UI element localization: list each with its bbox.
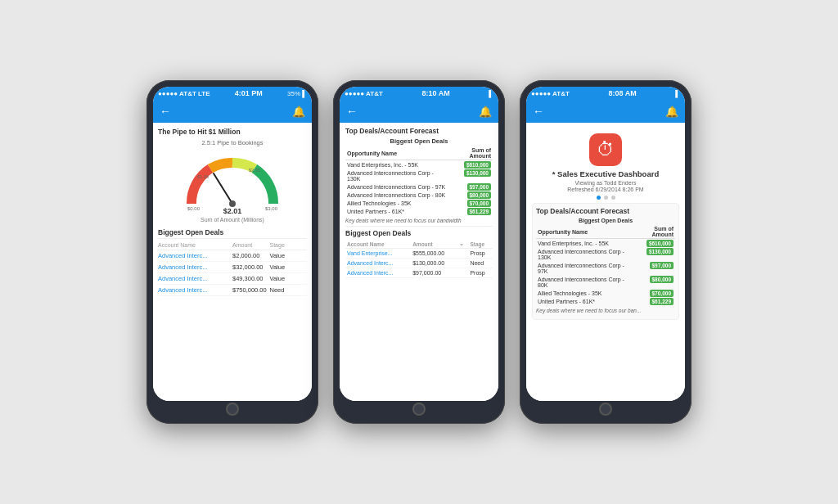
deal-name: Allied Technologies - 35K bbox=[345, 199, 448, 207]
biggest-deals-table-3: Opportunity Name Sum of Amount Vand Ente… bbox=[536, 225, 675, 305]
bell-icon-2[interactable]: 🔔 bbox=[479, 106, 492, 118]
list-item[interactable]: Advanced Interconnections Corp - 130K $1… bbox=[536, 247, 675, 261]
row-amount: $32,000.00 bbox=[232, 263, 270, 271]
deal-amount: $80,000 bbox=[448, 191, 493, 199]
open-name: Advanced Interc... bbox=[345, 259, 411, 268]
list-item[interactable]: Advanced Interconnections Corp - 97K $97… bbox=[536, 261, 675, 275]
carrier-2: ●●●●● AT&T bbox=[345, 90, 383, 97]
list-item[interactable]: Advanced Interconnections Corp - 80K $80… bbox=[345, 191, 493, 199]
bell-icon-3[interactable]: 🔔 bbox=[665, 106, 678, 118]
row-name: Advanced Interc... bbox=[158, 252, 232, 259]
back-button-1[interactable]: ← bbox=[160, 105, 171, 118]
biggest-deals-header-3: Biggest Open Deals bbox=[536, 218, 675, 223]
content-2: Top Deals/Account Forecast Biggest Open … bbox=[340, 123, 498, 401]
biggest-deals-header-2: Biggest Open Deals bbox=[345, 137, 493, 145]
row-amount: $49,300.00 bbox=[232, 275, 270, 282]
deal-amount-3: $80,000 bbox=[632, 275, 675, 289]
sort-icon[interactable]: ⌄ bbox=[459, 241, 464, 247]
list-item[interactable]: United Partners - 61K* $61,229 bbox=[345, 207, 493, 215]
dot-2[interactable] bbox=[604, 196, 608, 200]
sum-col-3: Sum of Amount bbox=[632, 225, 675, 239]
deal-amount: $610,000 bbox=[448, 160, 493, 169]
time-2: 8:10 AM bbox=[421, 89, 449, 97]
row-amount: $750,000.00 bbox=[232, 286, 270, 294]
table-header-1: Account Name Amount Stage bbox=[158, 241, 307, 250]
deal-amount-3: $610,000 bbox=[632, 239, 675, 248]
deal-amount-3: $97,000 bbox=[632, 261, 675, 275]
home-button-1[interactable] bbox=[226, 403, 239, 416]
table-row[interactable]: Advanced Interc... $750,000.00 Need bbox=[158, 285, 307, 296]
deal-name-3: United Partners - 61K* bbox=[536, 297, 632, 305]
list-item[interactable]: Advanced Interconnections Corp - 97K $97… bbox=[345, 182, 493, 191]
list-item[interactable]: Vand Enterprises, Inc. - 55K $610,000 bbox=[536, 239, 675, 248]
open-amount: $130,000.00 bbox=[411, 259, 457, 268]
home-area-2 bbox=[340, 401, 498, 417]
table-row[interactable]: Advanced Interc... $2,000.00 Value bbox=[158, 250, 307, 262]
list-item[interactable]: Vand Enterprise... $555,000.00 Prosp bbox=[345, 249, 493, 259]
divider-2 bbox=[345, 226, 493, 227]
row-stage: Value bbox=[270, 252, 308, 259]
home-area-1 bbox=[153, 401, 312, 417]
list-item[interactable]: Advanced Interconnections Corp - 130K $1… bbox=[345, 169, 493, 182]
status-bar-1: ●●●●● AT&T LTE 4:01 PM 35% ▌ bbox=[153, 87, 312, 100]
open-stage: Prosp bbox=[468, 249, 493, 259]
list-item[interactable]: Advanced Interc... $130,000.00 Need bbox=[345, 259, 493, 268]
list-item[interactable]: Advanced Interc... $97,000.00 Prosp bbox=[345, 268, 493, 278]
list-item[interactable]: Allied Technologies - 35K $70,000 bbox=[536, 289, 675, 297]
battery-1: 35% ▌ bbox=[287, 90, 307, 97]
sum-col-2: Sum of Amount bbox=[448, 146, 493, 160]
gauge-label: Sum of Amount (Millions) bbox=[158, 217, 307, 223]
opp-col-3: Opportunity Name bbox=[536, 225, 632, 239]
bell-icon-1[interactable]: 🔔 bbox=[292, 106, 305, 118]
row-name: Advanced Interc... bbox=[158, 286, 232, 294]
row-stage: Value bbox=[270, 263, 308, 271]
page-dots bbox=[532, 196, 679, 200]
back-button-2[interactable]: ← bbox=[346, 105, 358, 118]
svg-text:$1.25: $1.25 bbox=[197, 174, 209, 179]
deal-amount-3: $130,000 bbox=[632, 247, 675, 261]
key-deals-note-2: Key deals where we need to focus our ban… bbox=[345, 218, 493, 223]
deal-name-3: Advanced Interconnections Corp - 80K bbox=[536, 275, 632, 289]
list-item[interactable]: Allied Technologies - 35K $70,000 bbox=[345, 199, 493, 207]
home-button-3[interactable] bbox=[599, 403, 612, 416]
status-bar-3: ●●●●● AT&T 8:08 AM ▌ bbox=[526, 87, 685, 100]
content-1: The Pipe to Hit $1 Million 2.5:1 Pipe to… bbox=[153, 123, 312, 401]
phone-3: ●●●●● AT&T 8:08 AM ▌ ← 🔔 ⏱ * Sales Execu… bbox=[520, 80, 692, 424]
row-name: Advanced Interc... bbox=[158, 275, 232, 282]
back-button-3[interactable]: ← bbox=[533, 105, 544, 118]
viewing-as: Viewing as Todd Enders bbox=[532, 180, 679, 186]
status-bar-2: ●●●●● AT&T 8:10 AM ▌ bbox=[340, 87, 498, 100]
open-amount: $97,000.00 bbox=[411, 268, 457, 278]
section-header-2: Top Deals/Account Forecast bbox=[345, 127, 493, 135]
row-amount: $2,000.00 bbox=[232, 252, 270, 259]
list-item[interactable]: Advanced Interconnections Corp - 80K $80… bbox=[536, 275, 675, 289]
dot-3[interactable] bbox=[611, 196, 615, 200]
home-button-2[interactable] bbox=[412, 403, 426, 416]
nav-bar-1: ← 🔔 bbox=[153, 100, 312, 123]
open-col-account: Account Name bbox=[345, 240, 411, 249]
list-item[interactable]: United Partners - 61K* $61,229 bbox=[536, 297, 675, 305]
row-stage: Need bbox=[270, 286, 308, 294]
section-title-1: Biggest Open Deals bbox=[158, 226, 307, 239]
open-stage: Need bbox=[468, 259, 493, 268]
open-deals-table-2: Account Name Amount ⌄ Stage Vand Enterpr… bbox=[345, 240, 493, 278]
open-deals-section-2: Biggest Open Deals Account Name Amount ⌄… bbox=[345, 229, 493, 278]
col-account: Account Name bbox=[158, 242, 232, 248]
battery-3: ▌ bbox=[675, 90, 680, 97]
col-amount: Amount bbox=[232, 242, 270, 248]
opp-col-2: Opportunity Name bbox=[345, 146, 448, 160]
list-item[interactable]: Vand Enterprises, Inc. - 55K $610,000 bbox=[345, 160, 493, 169]
deal-name-3: Allied Technologies - 35K bbox=[536, 289, 632, 297]
key-deals-note-3: Key deals where we need to focus our ban… bbox=[536, 308, 675, 313]
table-row[interactable]: Advanced Interc... $49,300.00 Value bbox=[158, 273, 307, 285]
phone-1: ●●●●● AT&T LTE 4:01 PM 35% ▌ ← 🔔 The Pip… bbox=[146, 80, 318, 424]
col-stage: Stage bbox=[270, 242, 308, 248]
table-row[interactable]: Advanced Interc... $32,000.00 Value bbox=[158, 262, 307, 273]
deal-amount-3: $61,229 bbox=[632, 297, 675, 305]
dot-1[interactable] bbox=[597, 196, 601, 200]
open-name: Vand Enterprise... bbox=[345, 249, 411, 259]
phone-2: ●●●●● AT&T 8:10 AM ▌ ← 🔔 Top Deals/Accou… bbox=[333, 80, 505, 424]
row-stage: Value bbox=[270, 275, 308, 282]
deal-name: Advanced Interconnections Corp - 97K bbox=[345, 182, 448, 191]
svg-text:$0.00: $0.00 bbox=[187, 206, 200, 211]
